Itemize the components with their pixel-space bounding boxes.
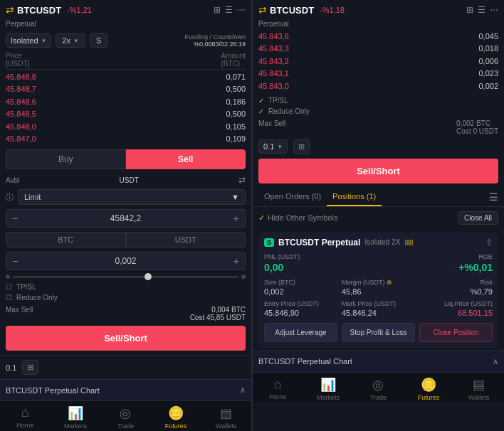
chevron-up-icon: ∧ bbox=[493, 357, 498, 366]
right-tp-sl: ✓ TP/SL bbox=[258, 97, 498, 105]
left-symbol: BTCUSDT bbox=[17, 5, 61, 16]
sell-short-button[interactable]: Sell/Short bbox=[6, 326, 246, 351]
adjust-leverage-button[interactable]: Adjust Leverage bbox=[264, 323, 337, 342]
slider-thumb[interactable] bbox=[145, 273, 152, 280]
left-chart-bar[interactable]: BTCUSDT Perpetual Chart ∧ bbox=[0, 379, 251, 400]
price-input[interactable]: − 45842,2 + bbox=[6, 209, 246, 228]
nav-futures[interactable]: 🪙 Futures bbox=[151, 405, 201, 430]
isolated-dropdown[interactable]: Isolated ▼ bbox=[6, 33, 51, 48]
increment-amount[interactable]: + bbox=[233, 255, 239, 267]
pos-actions: Adjust Leverage Stop Profit & Loss Close… bbox=[264, 323, 493, 342]
pos-meta: Isolated 2X bbox=[364, 238, 400, 246]
pnl-col: PNL (USDT) 0,00 bbox=[264, 253, 300, 273]
nav-home[interactable]: ⌂ Home bbox=[253, 377, 303, 401]
arrows-icon: ⇄ bbox=[258, 4, 267, 16]
chart-icon[interactable]: ☰ bbox=[225, 5, 233, 15]
bars-icon: IIII bbox=[404, 238, 413, 247]
more-icon[interactable]: ⋯ bbox=[490, 5, 498, 15]
futures-icon: 🪙 bbox=[168, 405, 184, 421]
asks-list: 45.848,80,071 45.848,70,500 45.848,60,18… bbox=[6, 71, 246, 145]
chevron-down-icon: ▼ bbox=[41, 38, 47, 44]
right-orderbook: 45.843,60,045 45.843,30,018 45.843,20,00… bbox=[253, 31, 504, 92]
margin-type-badge: S bbox=[90, 33, 107, 48]
chevron-up-icon: ∧ bbox=[240, 385, 246, 395]
slider-track[interactable] bbox=[13, 276, 238, 278]
pos-metrics: PNL (USDT) 0,00 ROE +%0,01 bbox=[264, 253, 493, 273]
tab-open-orders[interactable]: Open Orders (0) bbox=[258, 188, 327, 206]
grid-icon-button[interactable]: ⊞ bbox=[293, 139, 310, 154]
qty-dropdown[interactable]: 0.1 ▼ bbox=[258, 139, 288, 154]
nav-trade[interactable]: ◎ Trade bbox=[353, 377, 404, 401]
trade-icon: ◎ bbox=[372, 377, 384, 393]
stop-profit-loss-button[interactable]: Stop Profit & Loss bbox=[342, 323, 415, 342]
ask-row: 45.843,00,002 bbox=[258, 80, 498, 92]
usdt-tab[interactable]: USDT bbox=[126, 232, 246, 248]
max-cost-row: Max Sell 0,004 BTC Cost 45,85 USDT bbox=[6, 306, 246, 321]
sell-tab[interactable]: Sell bbox=[126, 149, 246, 169]
tab-positions[interactable]: Positions (1) bbox=[327, 188, 382, 206]
check-icon[interactable]: ✓ bbox=[258, 107, 264, 115]
roe-value: +%0,01 bbox=[458, 262, 493, 273]
right-chart-bar[interactable]: BTCUSDT Perpetual Chart ∧ bbox=[253, 351, 504, 372]
slider-row bbox=[6, 275, 246, 279]
right-change: -%1,18 bbox=[320, 6, 345, 14]
plus-icon[interactable]: ⊕ bbox=[387, 279, 392, 286]
pos-details: Size (BTC) 0,002 Margin (USDT) ⊕ 45,86 R… bbox=[264, 279, 493, 317]
grid-icon[interactable]: ⊞ bbox=[466, 5, 473, 15]
coin-tabs: BTC USDT bbox=[6, 232, 246, 248]
mark-col: Mark Price (USDT) 45.846,24 bbox=[342, 300, 415, 317]
funding-info: Funding / Countdown %0,0083/02:26:19 bbox=[184, 33, 246, 48]
close-all-button[interactable]: Close All bbox=[458, 211, 498, 225]
nav-wallets[interactable]: ▤ Wallets bbox=[453, 377, 504, 401]
chevron-down-icon: ▼ bbox=[277, 144, 283, 150]
right-header-icons: ⊞ ☰ ⋯ bbox=[466, 5, 498, 15]
leverage-dropdown[interactable]: 2x ▼ bbox=[56, 33, 85, 48]
size-col: Size (BTC) 0,002 bbox=[264, 279, 337, 296]
arrows-icon: ⇄ bbox=[6, 4, 14, 16]
nav-markets[interactable]: 📊 Markets bbox=[51, 405, 101, 430]
checkbox-icon[interactable]: ☐ bbox=[6, 283, 12, 291]
nav-markets[interactable]: 📊 Markets bbox=[303, 377, 354, 401]
increment-price[interactable]: + bbox=[233, 213, 239, 224]
chart-icon[interactable]: ☰ bbox=[478, 5, 485, 15]
ask-row: 45.848,80,071 bbox=[6, 71, 246, 83]
ob-header: Price(USDT) Amount(BTC) bbox=[6, 50, 246, 70]
refresh-icon[interactable]: ⇄ bbox=[238, 175, 246, 185]
wallets-icon: ▤ bbox=[473, 377, 485, 393]
decrement-price[interactable]: − bbox=[12, 213, 18, 224]
slider-dot bbox=[6, 275, 10, 279]
more-icon[interactable]: ⋯ bbox=[237, 5, 246, 15]
short-badge: S bbox=[264, 238, 274, 247]
check-icon[interactable]: ✓ bbox=[258, 97, 264, 105]
ask-row: 45.847,00,109 bbox=[6, 133, 246, 145]
order-type-select[interactable]: Limit ▼ bbox=[18, 189, 246, 205]
right-symbol: BTCUSDT bbox=[270, 5, 314, 16]
ask-row: 45.843,30,018 bbox=[258, 43, 498, 55]
nav-trade[interactable]: ◎ Trade bbox=[100, 405, 151, 430]
grid-icon-button[interactable]: ⊞ bbox=[22, 360, 38, 375]
nav-wallets[interactable]: ▤ Wallets bbox=[201, 405, 251, 430]
left-bottom-nav: ⌂ Home 📊 Markets ◎ Trade 🪙 Futures ▤ Wal… bbox=[0, 400, 251, 431]
markets-icon: 📊 bbox=[320, 377, 336, 393]
nav-futures[interactable]: 🪙 Futures bbox=[404, 377, 454, 401]
right-max-sell: Max Sell 0,002 BTC Cost 0 USDT bbox=[258, 119, 498, 135]
nav-home[interactable]: ⌂ Home bbox=[0, 405, 51, 430]
left-change: -%1,21 bbox=[67, 6, 92, 14]
left-type: Perpetual bbox=[0, 20, 251, 31]
buy-tab[interactable]: Buy bbox=[6, 149, 126, 169]
home-icon: ⌂ bbox=[274, 377, 282, 392]
checkbox-icon[interactable]: ☐ bbox=[6, 294, 12, 302]
sell-short-button[interactable]: Sell/Short bbox=[258, 159, 498, 183]
ask-row: 45.843,60,045 bbox=[258, 31, 498, 43]
amount-input[interactable]: − 0,002 + bbox=[6, 252, 246, 270]
btc-tab[interactable]: BTC bbox=[6, 232, 126, 248]
ask-row: 45.848,00,105 bbox=[6, 121, 246, 133]
decrement-amount[interactable]: − bbox=[12, 255, 18, 267]
grid-icon[interactable]: ⊞ bbox=[214, 5, 221, 15]
left-controls-row: Isolated ▼ 2x ▼ S Funding / Countdown %0… bbox=[0, 31, 251, 50]
list-icon[interactable]: ☰ bbox=[489, 191, 498, 203]
tp-sl-row: ☐ TP/SL bbox=[6, 283, 246, 291]
entry-col: Entry Price (USDT) 45.846,90 bbox=[264, 300, 337, 317]
share-icon[interactable]: ⇧ bbox=[485, 238, 493, 248]
close-position-button[interactable]: Close Position bbox=[419, 323, 493, 342]
